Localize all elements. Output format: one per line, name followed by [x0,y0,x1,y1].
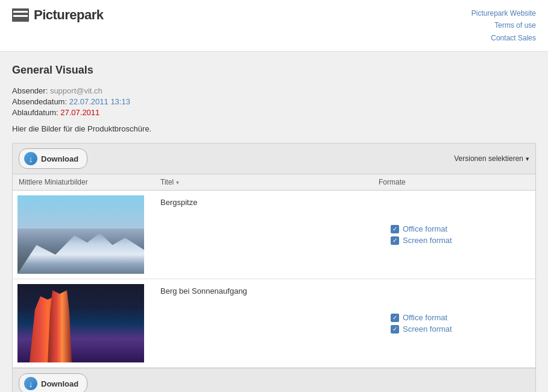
format-label-screen-1: Screen format [403,236,452,245]
nav-link-website[interactable]: Picturepark Website [471,7,536,19]
download-label-bottom: Download [41,379,78,388]
col-header-thumbnail: Mittlere Miniaturbilder [19,178,160,186]
download-button-bottom[interactable]: ↓ Download [19,373,87,392]
page-title: General Visuals [12,64,536,77]
download-label-top: Download [41,154,78,163]
nav-link-terms[interactable]: Terms of use [471,19,536,31]
main-content: General Visuals Absender: support@vit.ch… [0,52,548,392]
format-label-office-2: Office format [403,313,447,322]
download-circle-bottom: ↓ [24,377,37,390]
table-row: Berg bei Sonnenaufgang Office format Scr… [13,279,535,368]
logo-area: Picturepark [12,7,104,23]
format-label-office-1: Office format [403,224,447,233]
nav-links: Picturepark Website Terms of use Contact… [471,7,536,44]
thumbnail-cell-1 [13,191,154,279]
thumbnail-image-1 [17,195,144,274]
formats-cell-1: Office format Screen format [385,191,535,279]
download-circle-top: ↓ [24,152,37,165]
thumbnail-image-2 [17,284,144,362]
sent-date-value: 22.07.2011 13:13 [69,97,130,106]
table-header: Mittlere Miniaturbilder Titel ▾ Formate [13,174,535,191]
bottom-toolbar: ↓ Download [13,368,535,392]
format-item-2-1[interactable]: Office format [391,313,529,322]
download-button-top[interactable]: ↓ Download [19,148,87,169]
checkbox-office-2[interactable] [391,314,399,322]
sent-date-label: Absendedatum: [12,97,67,106]
format-item-1-1[interactable]: Office format [391,224,529,233]
download-section: ↓ Download Versionen selektieren Mittler… [12,143,536,392]
asset-title-2: Berg bei Sonnenaufgang [160,286,247,296]
checkbox-screen-1[interactable] [391,236,399,245]
asset-title-1: Bergspitze [160,198,197,207]
top-toolbar: ↓ Download Versionen selektieren [13,144,535,174]
title-cell-1: Bergspitze [154,191,385,279]
meta-section: Absender: support@vit.ch Absendedatum: 2… [12,86,536,117]
sender-label: Absender: [12,86,48,95]
download-arrow-bottom: ↓ [29,380,33,388]
table-row: Bergspitze Office format Screen format [13,191,535,279]
checkbox-office-1[interactable] [391,225,399,233]
format-item-2-2[interactable]: Screen format [391,324,529,334]
sent-date-row: Absendedatum: 22.07.2011 13:13 [12,97,536,106]
sender-row: Absender: support@vit.ch [12,86,536,95]
expiry-label: Ablaufdatum: [12,108,58,117]
thumbnail-cell-2 [13,279,154,367]
header: Picturepark Picturepark Website Terms of… [0,0,548,52]
versions-select[interactable]: Versionen selektieren [454,154,529,163]
description: Hier die Bilder für die Produktbroschüre… [12,124,536,133]
format-item-1-2[interactable]: Screen format [391,236,529,245]
sender-email: support@vit.ch [50,86,102,95]
nav-link-contact[interactable]: Contact Sales [471,32,536,44]
format-label-screen-2: Screen format [403,324,452,334]
expiry-value: 27.07.2011 [60,108,99,117]
col-header-title: Titel ▾ [160,178,379,186]
col-header-formats: Formate [379,178,529,186]
logo-icon [12,8,29,22]
download-arrow-top: ↓ [29,155,33,163]
expiry-row: Ablaufdatum: 27.07.2011 [12,108,536,117]
sort-arrow-icon: ▾ [176,179,179,186]
checkbox-screen-2[interactable] [391,325,399,334]
formats-cell-2: Office format Screen format [385,279,535,367]
logo-text: Picturepark [34,7,104,23]
title-cell-2: Berg bei Sonnenaufgang [154,279,385,367]
